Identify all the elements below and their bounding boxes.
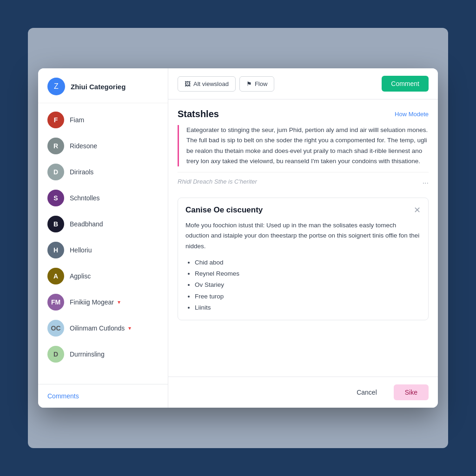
chevron-down-icon: ▾ (128, 325, 131, 331)
how-modete-link[interactable]: How Modete (395, 111, 429, 118)
inner-card-title: Canise Oe ciscuenty (185, 205, 263, 215)
user-name: Durrninsling (70, 350, 105, 358)
list-item[interactable]: H Helloriu (38, 237, 168, 263)
avatar: B (47, 216, 64, 232)
modal-dialog: Z Zhiui Categorieg F Fiam R Ridesone D D… (38, 68, 438, 408)
avatar: R (47, 138, 64, 154)
list-item: Reynel Reomes (195, 269, 421, 278)
avatar: A (47, 268, 64, 284)
user-name: Ridesone (70, 142, 97, 150)
sidebar-footer: Comments (38, 384, 168, 408)
user-list: F Fiam R Ridesone D Diriraols S Schntoll… (38, 103, 168, 384)
list-item: Liinits (195, 303, 421, 312)
flow-tab[interactable]: ⚑ Flow (239, 76, 274, 92)
main-body: Statshles How Modete Eategorater to stin… (168, 99, 438, 377)
inner-card-header: Canise Oe ciscuenty ✕ (185, 205, 421, 215)
avatar: OC (47, 320, 64, 337)
user-name: Schntolles (70, 194, 100, 202)
user-name: Agplisc (70, 272, 91, 280)
reply-row: Rhidl Dreach Sthe is C'heriter ... (178, 172, 429, 190)
sike-button[interactable]: Sike (394, 384, 429, 400)
cancel-button[interactable]: Cancel (345, 384, 388, 400)
main-header: 🖼 Alt viewsload ⚑ Flow Comment (168, 68, 438, 99)
statshles-section: Statshles How Modete Eategorater to stin… (178, 109, 429, 190)
user-name: Finikiig Mogear (70, 298, 114, 306)
list-item[interactable]: D Durrninsling (38, 341, 168, 367)
user-name: Diriraols (70, 168, 93, 176)
avatar: D (47, 164, 64, 180)
list-item: Ov Stariey (195, 280, 421, 290)
user-name: Fiam (70, 116, 84, 124)
viewsload-icon: 🖼 (185, 80, 191, 87)
list-item[interactable]: B Beadbhand (38, 211, 168, 237)
list-item: Chid abod (195, 258, 421, 267)
quote-text: Eategorater to stinging the seur, jum Ph… (186, 125, 429, 166)
expandable-user: Finikiig Mogear ▾ (70, 298, 120, 306)
section-title: Statshles (178, 109, 219, 119)
more-options-icon[interactable]: ... (423, 177, 429, 185)
sidebar-title: Zhiui Categorieg (71, 83, 126, 91)
modal-footer: Cancel Sike (168, 377, 438, 408)
list-item[interactable]: A Agplisc (38, 263, 168, 289)
quote-block: Eategorater to stinging the seur, jum Ph… (178, 125, 429, 166)
alt-viewsload-tab[interactable]: 🖼 Alt viewsload (178, 76, 236, 92)
brand-icon: Z (47, 78, 65, 95)
tab-label: Alt viewsload (193, 80, 229, 87)
avatar: F (47, 112, 64, 128)
sidebar: Z Zhiui Categorieg F Fiam R Ridesone D D… (38, 68, 168, 408)
list-item[interactable]: S Schntolles (38, 185, 168, 211)
avatar: FM (47, 294, 64, 311)
bullet-list: Chid abod Reynel Reomes Ov Stariey Free … (185, 258, 421, 312)
close-icon[interactable]: ✕ (414, 206, 421, 214)
comments-link[interactable]: Comments (47, 392, 79, 400)
flow-icon: ⚑ (246, 80, 252, 87)
header-tabs: 🖼 Alt viewsload ⚑ Flow (178, 76, 274, 92)
list-item[interactable]: F Fiam (38, 107, 168, 133)
section-header: Statshles How Modete (178, 109, 429, 119)
user-name: Helloriu (70, 246, 92, 254)
tab-label: Flow (255, 80, 267, 87)
comment-button[interactable]: Comment (382, 76, 429, 92)
avatar: S (47, 190, 64, 206)
list-item[interactable]: FM Finikiig Mogear ▾ (38, 289, 168, 315)
avatar: D (47, 346, 64, 363)
list-item[interactable]: D Diriraols (38, 159, 168, 185)
sidebar-header: Z Zhiui Categorieg (38, 68, 168, 103)
chevron-down-icon: ▾ (118, 299, 120, 305)
main-content: 🖼 Alt viewsload ⚑ Flow Comment Statshles (168, 68, 438, 408)
list-item[interactable]: R Ridesone (38, 133, 168, 159)
user-name: Beadbhand (70, 220, 103, 228)
avatar: H (47, 242, 64, 258)
list-item: Free turop (195, 292, 421, 301)
reply-placeholder[interactable]: Rhidl Dreach Sthe is C'heriter (178, 178, 257, 185)
list-item[interactable]: OC Oilinmam Cutlonds ▾ (38, 315, 168, 341)
user-name: Oilinmam Cutlonds (70, 324, 125, 332)
inner-card-body: Mofe you foochion istust thil: Used up i… (185, 220, 421, 251)
inner-card: Canise Oe ciscuenty ✕ Mofe you foochion … (178, 198, 429, 320)
expandable-user: Oilinmam Cutlonds ▾ (70, 324, 131, 332)
